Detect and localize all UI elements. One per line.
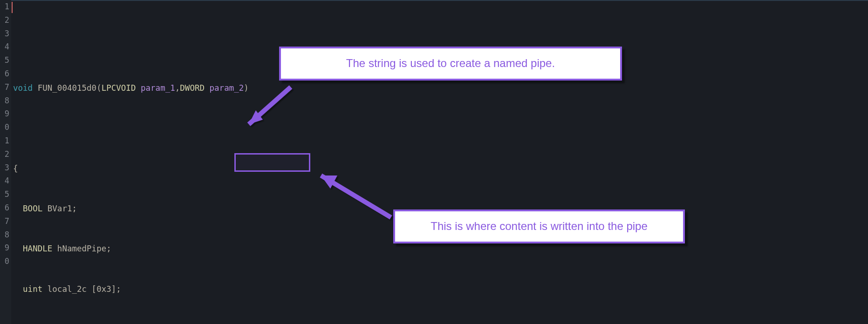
line-number: 6	[0, 67, 9, 81]
annotation-callout-2: This is where content is written into th…	[393, 209, 685, 243]
highlight-box	[234, 153, 310, 172]
line-number: 1	[0, 0, 9, 14]
line-number: 4	[0, 40, 9, 54]
annotation-callout-1: The string is used to create a named pip…	[279, 47, 622, 81]
line-number: 7	[0, 215, 9, 228]
line-number: 4	[0, 174, 9, 188]
code-line	[13, 122, 868, 135]
code-line: void FUN_004015d0(LPCVOID param_1,DWORD …	[13, 81, 868, 95]
arrow-2-icon	[302, 166, 405, 227]
line-number-gutter: 1 2 3 4 5 6 7 8 9 0 1 2 3 4 5 6 7 8 9 0	[0, 0, 11, 324]
code-line: uint local_2c [0x3];	[13, 283, 868, 296]
line-number: 8	[0, 94, 9, 108]
line-number: 0	[0, 255, 9, 268]
line-number: 0	[0, 121, 9, 134]
svg-marker-3	[321, 176, 337, 189]
line-number: 7	[0, 81, 9, 94]
text-cursor	[12, 2, 13, 13]
line-number: 2	[0, 148, 9, 161]
code-area[interactable]: void FUN_004015d0(LPCVOID param_1,DWORD …	[11, 0, 868, 324]
code-line: HANDLE hNamedPipe;	[13, 242, 868, 256]
line-number: 3	[0, 27, 9, 40]
line-number: 9	[0, 241, 9, 255]
line-number: 3	[0, 161, 9, 175]
line-number: 5	[0, 54, 9, 67]
code-line: {	[13, 162, 868, 176]
code-editor: 1 2 3 4 5 6 7 8 9 0 1 2 3 4 5 6 7 8 9 0 …	[0, 0, 868, 324]
line-number: 6	[0, 201, 9, 215]
line-number: 5	[0, 188, 9, 201]
line-number: 2	[0, 14, 9, 27]
line-number: 8	[0, 228, 9, 242]
line-number: 9	[0, 107, 9, 121]
line-number: 1	[0, 134, 9, 148]
